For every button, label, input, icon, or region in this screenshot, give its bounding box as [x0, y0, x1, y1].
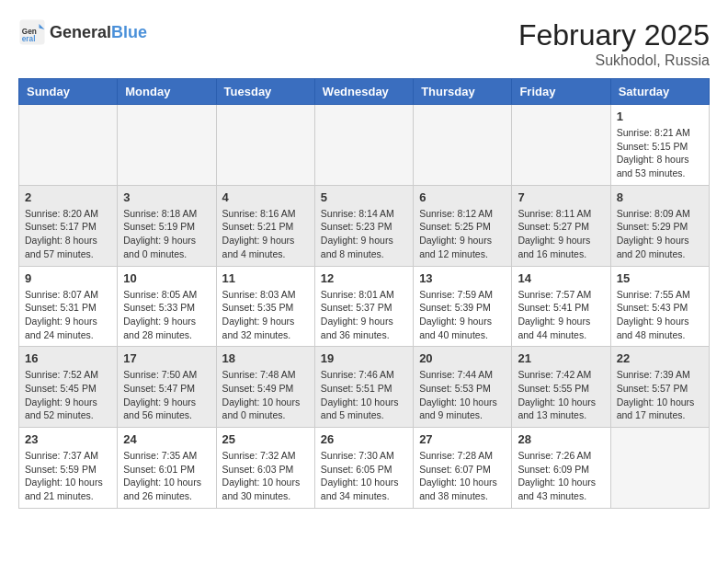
week-row-1: 1Sunrise: 8:21 AM Sunset: 5:15 PM Daylig… [19, 105, 710, 186]
day-info: Sunrise: 7:44 AM Sunset: 5:53 PM Dayligh… [419, 368, 506, 422]
logo-icon: Gen eral [18, 18, 46, 46]
calendar-cell: 28Sunrise: 7:26 AM Sunset: 6:09 PM Dayli… [512, 428, 610, 509]
day-number: 26 [321, 432, 407, 446]
day-info: Sunrise: 8:05 AM Sunset: 5:33 PM Dayligh… [123, 288, 210, 342]
calendar-cell [512, 105, 610, 186]
day-info: Sunrise: 8:18 AM Sunset: 5:19 PM Dayligh… [123, 207, 210, 261]
day-info: Sunrise: 8:21 AM Sunset: 5:15 PM Dayligh… [617, 126, 703, 180]
day-number: 4 [222, 190, 309, 204]
day-info: Sunrise: 8:01 AM Sunset: 5:37 PM Dayligh… [321, 288, 407, 342]
week-row-3: 9Sunrise: 8:07 AM Sunset: 5:31 PM Daylig… [19, 266, 710, 347]
weekday-header-thursday: Thursday [414, 79, 512, 105]
calendar-cell: 13Sunrise: 7:59 AM Sunset: 5:39 PM Dayli… [414, 266, 512, 347]
calendar-cell: 22Sunrise: 7:39 AM Sunset: 5:57 PM Dayli… [610, 347, 709, 428]
day-info: Sunrise: 8:14 AM Sunset: 5:23 PM Dayligh… [321, 207, 407, 261]
day-number: 21 [518, 351, 604, 365]
calendar-cell: 2Sunrise: 8:20 AM Sunset: 5:17 PM Daylig… [19, 185, 118, 266]
calendar-cell: 23Sunrise: 7:37 AM Sunset: 5:59 PM Dayli… [19, 428, 118, 509]
calendar-cell: 16Sunrise: 7:52 AM Sunset: 5:45 PM Dayli… [19, 347, 118, 428]
calendar-cell: 21Sunrise: 7:42 AM Sunset: 5:55 PM Dayli… [512, 347, 610, 428]
calendar-cell: 12Sunrise: 8:01 AM Sunset: 5:37 PM Dayli… [314, 266, 413, 347]
day-info: Sunrise: 7:39 AM Sunset: 5:57 PM Dayligh… [617, 368, 703, 422]
calendar-cell [19, 105, 118, 186]
calendar-cell: 25Sunrise: 7:32 AM Sunset: 6:03 PM Dayli… [216, 428, 314, 509]
weekday-header-tuesday: Tuesday [216, 79, 314, 105]
day-info: Sunrise: 7:35 AM Sunset: 6:01 PM Dayligh… [123, 449, 210, 503]
day-info: Sunrise: 8:03 AM Sunset: 5:35 PM Dayligh… [222, 288, 309, 342]
calendar-cell: 1Sunrise: 8:21 AM Sunset: 5:15 PM Daylig… [610, 105, 709, 186]
day-info: Sunrise: 7:32 AM Sunset: 6:03 PM Dayligh… [222, 449, 309, 503]
day-number: 7 [518, 190, 604, 204]
day-number: 22 [617, 351, 703, 365]
weekday-header-monday: Monday [118, 79, 216, 105]
calendar: SundayMondayTuesdayWednesdayThursdayFrid… [18, 78, 710, 509]
week-row-4: 16Sunrise: 7:52 AM Sunset: 5:45 PM Dayli… [19, 347, 710, 428]
calendar-cell: 3Sunrise: 8:18 AM Sunset: 5:19 PM Daylig… [118, 185, 216, 266]
day-number: 8 [617, 190, 703, 204]
month-year: February 2025 [518, 18, 710, 52]
calendar-cell: 9Sunrise: 8:07 AM Sunset: 5:31 PM Daylig… [19, 266, 118, 347]
calendar-cell [216, 105, 314, 186]
calendar-cell: 15Sunrise: 7:55 AM Sunset: 5:43 PM Dayli… [610, 266, 709, 347]
calendar-cell: 5Sunrise: 8:14 AM Sunset: 5:23 PM Daylig… [314, 185, 413, 266]
weekday-header-wednesday: Wednesday [314, 79, 413, 105]
day-number: 11 [222, 271, 309, 285]
calendar-cell [314, 105, 413, 186]
day-info: Sunrise: 7:30 AM Sunset: 6:05 PM Dayligh… [321, 449, 407, 503]
day-info: Sunrise: 7:50 AM Sunset: 5:47 PM Dayligh… [123, 368, 210, 422]
calendar-cell: 8Sunrise: 8:09 AM Sunset: 5:29 PM Daylig… [610, 185, 709, 266]
day-number: 1 [617, 109, 703, 123]
day-number: 14 [518, 271, 604, 285]
calendar-cell: 26Sunrise: 7:30 AM Sunset: 6:05 PM Dayli… [314, 428, 413, 509]
calendar-cell: 6Sunrise: 8:12 AM Sunset: 5:25 PM Daylig… [414, 185, 512, 266]
week-row-2: 2Sunrise: 8:20 AM Sunset: 5:17 PM Daylig… [19, 185, 710, 266]
title-area: February 2025 Sukhodol, Russia [518, 18, 710, 69]
calendar-cell: 24Sunrise: 7:35 AM Sunset: 6:01 PM Dayli… [118, 428, 216, 509]
calendar-cell: 7Sunrise: 8:11 AM Sunset: 5:27 PM Daylig… [512, 185, 610, 266]
day-number: 17 [123, 351, 210, 365]
day-info: Sunrise: 7:42 AM Sunset: 5:55 PM Dayligh… [518, 368, 604, 422]
day-number: 18 [222, 351, 309, 365]
calendar-cell: 18Sunrise: 7:48 AM Sunset: 5:49 PM Dayli… [216, 347, 314, 428]
day-number: 10 [123, 271, 210, 285]
day-info: Sunrise: 7:46 AM Sunset: 5:51 PM Dayligh… [321, 368, 407, 422]
week-row-5: 23Sunrise: 7:37 AM Sunset: 5:59 PM Dayli… [19, 428, 710, 509]
weekday-header-saturday: Saturday [610, 79, 709, 105]
calendar-cell [118, 105, 216, 186]
day-info: Sunrise: 8:12 AM Sunset: 5:25 PM Dayligh… [419, 207, 506, 261]
day-number: 27 [419, 432, 506, 446]
svg-text:eral: eral [22, 35, 36, 43]
day-info: Sunrise: 7:48 AM Sunset: 5:49 PM Dayligh… [222, 368, 309, 422]
day-number: 6 [419, 190, 506, 204]
day-info: Sunrise: 8:09 AM Sunset: 5:29 PM Dayligh… [617, 207, 703, 261]
day-number: 5 [321, 190, 407, 204]
calendar-cell: 10Sunrise: 8:05 AM Sunset: 5:33 PM Dayli… [118, 266, 216, 347]
day-info: Sunrise: 7:57 AM Sunset: 5:41 PM Dayligh… [518, 288, 604, 342]
day-info: Sunrise: 7:59 AM Sunset: 5:39 PM Dayligh… [419, 288, 506, 342]
calendar-cell [414, 105, 512, 186]
calendar-cell: 14Sunrise: 7:57 AM Sunset: 5:41 PM Dayli… [512, 266, 610, 347]
calendar-cell: 4Sunrise: 8:16 AM Sunset: 5:21 PM Daylig… [216, 185, 314, 266]
day-number: 19 [321, 351, 407, 365]
day-info: Sunrise: 8:16 AM Sunset: 5:21 PM Dayligh… [222, 207, 309, 261]
day-number: 28 [518, 432, 604, 446]
day-number: 15 [617, 271, 703, 285]
day-number: 12 [321, 271, 407, 285]
calendar-cell: 20Sunrise: 7:44 AM Sunset: 5:53 PM Dayli… [414, 347, 512, 428]
day-number: 23 [25, 432, 111, 446]
day-number: 13 [419, 271, 506, 285]
day-number: 24 [123, 432, 210, 446]
day-number: 25 [222, 432, 309, 446]
calendar-cell: 11Sunrise: 8:03 AM Sunset: 5:35 PM Dayli… [216, 266, 314, 347]
calendar-cell [610, 428, 709, 509]
logo: Gen eral General Blue [18, 18, 147, 46]
logo-text-blue: Blue [111, 23, 147, 42]
day-number: 20 [419, 351, 506, 365]
day-info: Sunrise: 7:55 AM Sunset: 5:43 PM Dayligh… [617, 288, 703, 342]
location: Sukhodol, Russia [518, 52, 710, 69]
day-info: Sunrise: 7:37 AM Sunset: 5:59 PM Dayligh… [25, 449, 111, 503]
weekday-header-row: SundayMondayTuesdayWednesdayThursdayFrid… [19, 79, 710, 105]
header: Gen eral General Blue February 2025 Sukh… [18, 18, 710, 69]
day-info: Sunrise: 7:52 AM Sunset: 5:45 PM Dayligh… [25, 368, 111, 422]
weekday-header-friday: Friday [512, 79, 610, 105]
